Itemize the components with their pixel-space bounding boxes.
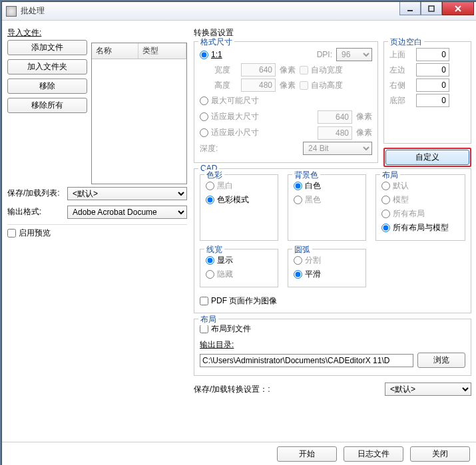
auto-height-checkbox[interactable]: 自动高度: [300, 80, 343, 91]
output-format-select[interactable]: Adobe Acrobat Docume: [67, 206, 187, 219]
cad-group: CAD 色彩 黑白 色彩模式 背景色 白色 黑色 布局 默认: [194, 168, 471, 313]
cad-layout-group: 布局 默认 模型 所有布局 所有布局与模型: [375, 174, 465, 241]
enable-preview-checkbox[interactable]: 启用预览: [7, 228, 187, 239]
close-dialog-button[interactable]: 关闭: [410, 446, 470, 462]
import-files-label: 导入文件:: [7, 27, 187, 39]
margin-bottom-input[interactable]: [416, 94, 449, 107]
fit-min-value[interactable]: 480: [318, 126, 352, 140]
height-label: 高度: [214, 80, 237, 91]
window-title: 批处理: [21, 5, 399, 17]
depth-label: 深度:: [200, 143, 218, 154]
output-format-label: 输出格式:: [7, 206, 63, 218]
file-listview[interactable]: 名称 类型: [91, 43, 187, 184]
footer: 开始 日志文件 关闭: [2, 442, 476, 465]
width-label: 宽度: [214, 65, 237, 76]
svg-rect-1: [429, 6, 434, 11]
custom-button[interactable]: 自定义: [385, 150, 469, 165]
save-list-label: 保存/加载列表:: [7, 188, 63, 199]
linewidth-group: 线宽 显示 隐藏: [200, 249, 278, 287]
lw-show-radio[interactable]: 显示: [206, 255, 233, 266]
arc-split-radio[interactable]: 分割: [294, 255, 321, 266]
dpi-label: DPI:: [317, 50, 332, 59]
arc-smooth-radio[interactable]: 平滑: [294, 269, 321, 280]
fit-min-radio[interactable]: 适应最小尺寸: [200, 127, 259, 138]
lw-hide-radio[interactable]: 隐藏: [206, 269, 233, 280]
save-settings-select[interactable]: <默认>: [385, 383, 471, 396]
outdir-input[interactable]: [200, 354, 413, 367]
format-size-group: 格式尺寸 1:1 DPI: 96 宽度 640 像素 自动宽度: [194, 41, 378, 163]
window: 批处理 导入文件: 添加文件 加入文件夹 移除 移除所有 名称: [1, 1, 476, 465]
ratio-1-1-radio[interactable]: 1:1: [200, 50, 222, 59]
maximize-button[interactable]: [421, 2, 442, 15]
color-bw-radio[interactable]: 黑白: [206, 180, 233, 192]
start-button[interactable]: 开始: [277, 446, 337, 462]
titlebar[interactable]: 批处理: [2, 2, 476, 21]
log-button[interactable]: 日志文件: [344, 446, 403, 462]
converter-heading: 转换器设置: [194, 27, 471, 39]
outdir-label: 输出目录:: [200, 339, 465, 351]
arc-group: 圆弧 分割 平滑: [288, 249, 366, 287]
bg-group: 背景色 白色 黑色: [288, 174, 366, 241]
layout-model-radio[interactable]: 模型: [381, 194, 409, 206]
add-folder-button[interactable]: 加入文件夹: [7, 59, 87, 75]
fit-max-value[interactable]: 640: [318, 110, 352, 124]
layout-all-model-radio[interactable]: 所有布局与模型: [381, 222, 449, 233]
fit-max-radio[interactable]: 适应最大尺寸: [200, 111, 259, 122]
remove-all-button[interactable]: 移除所有: [7, 98, 87, 113]
layout-group: 布局 布局到文件 输出目录: 浏览: [194, 319, 471, 376]
margin-top-input[interactable]: [416, 48, 449, 61]
color-mode-radio[interactable]: 色彩模式: [206, 194, 249, 206]
remove-button[interactable]: 移除: [7, 78, 87, 94]
bg-white-radio[interactable]: 白色: [294, 180, 321, 192]
bg-black-radio[interactable]: 黑色: [294, 194, 321, 206]
save-settings-label: 保存/加载转换设置：:: [194, 384, 270, 395]
col-type[interactable]: 类型: [138, 43, 186, 59]
dpi-select[interactable]: 96: [336, 48, 372, 61]
depth-select[interactable]: 24 Bit: [303, 142, 372, 155]
app-icon: [6, 6, 17, 17]
width-value[interactable]: 640: [241, 63, 276, 77]
pdf-as-image-checkbox[interactable]: PDF 页面作为图像: [200, 295, 277, 307]
height-value[interactable]: 480: [241, 78, 276, 92]
margin-right-input[interactable]: [416, 78, 449, 92]
margin-left-input[interactable]: [416, 63, 449, 77]
margins-group: 页边空白 上面 左边 右侧 底部: [383, 41, 471, 144]
minimize-button[interactable]: [399, 2, 421, 15]
color-group: 色彩 黑白 色彩模式: [200, 174, 278, 241]
layout-all-radio[interactable]: 所有布局: [381, 208, 425, 220]
custom-highlight: 自定义: [383, 148, 471, 167]
add-file-button[interactable]: 添加文件: [7, 40, 87, 55]
close-button[interactable]: [442, 2, 474, 15]
save-list-select[interactable]: <默认>: [67, 187, 187, 200]
layout-default-radio[interactable]: 默认: [381, 180, 409, 192]
browse-button[interactable]: 浏览: [417, 353, 465, 368]
col-name[interactable]: 名称: [92, 43, 138, 59]
auto-width-checkbox[interactable]: 自动宽度: [300, 65, 343, 76]
max-possible-radio[interactable]: 最大可能尺寸: [200, 95, 259, 106]
